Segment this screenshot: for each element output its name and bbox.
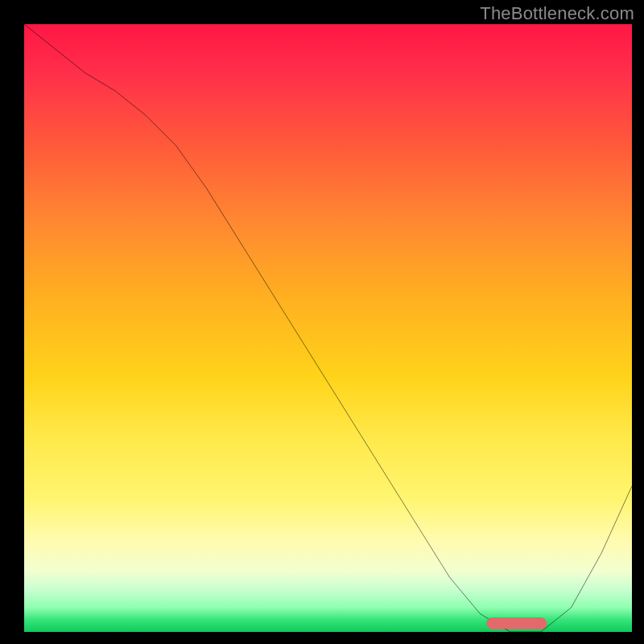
plot-area — [24, 24, 632, 632]
chart-frame: TheBottleneck.com — [0, 0, 644, 644]
bottleneck-curve — [24, 24, 632, 632]
optimum-range-marker — [486, 617, 547, 629]
curve-svg — [24, 24, 632, 632]
watermark-text: TheBottleneck.com — [480, 3, 634, 24]
